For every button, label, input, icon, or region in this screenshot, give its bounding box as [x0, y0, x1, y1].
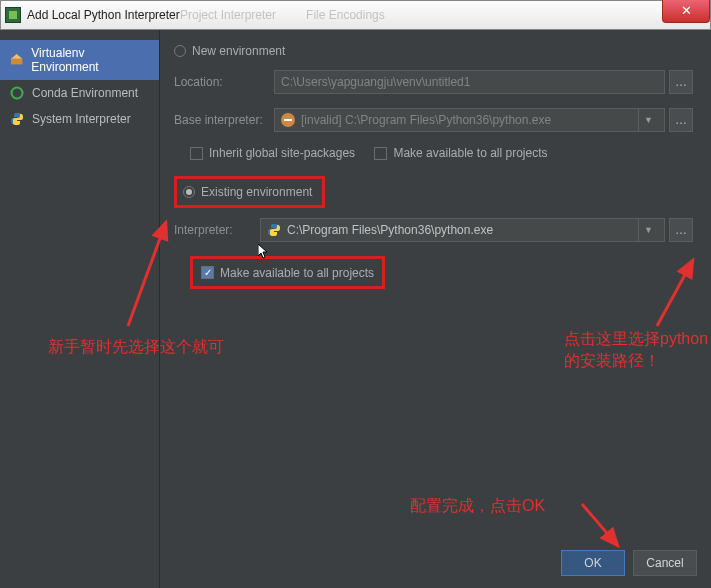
- base-browse-button[interactable]: …: [669, 108, 693, 132]
- sidebar-item-conda[interactable]: Conda Environment: [0, 80, 159, 106]
- invalid-icon: [281, 113, 295, 127]
- make-available-new-label: Make available to all projects: [393, 146, 547, 160]
- base-label: Base interpreter:: [174, 113, 274, 127]
- radio-icon: [174, 45, 186, 57]
- sidebar-item-label: Conda Environment: [32, 86, 138, 100]
- conda-icon: [10, 86, 24, 100]
- virtualenv-icon: [10, 53, 23, 67]
- base-interpreter-field[interactable]: [invalid] C:\Program Files\Python36\pyth…: [274, 108, 665, 132]
- location-label: Location:: [174, 75, 274, 89]
- svg-line-4: [582, 504, 618, 546]
- cancel-button[interactable]: Cancel: [633, 550, 697, 576]
- inherit-label: Inherit global site-packages: [209, 146, 355, 160]
- ghost-tab: File Encodings: [306, 8, 385, 22]
- new-env-label: New environment: [192, 44, 285, 58]
- sidebar-item-label: Virtualenv Environment: [31, 46, 149, 74]
- close-icon: ✕: [681, 3, 692, 18]
- python-icon: [267, 223, 281, 237]
- location-browse-button[interactable]: …: [669, 70, 693, 94]
- interpreter-field[interactable]: C:\Program Files\Python36\python.exe ▼: [260, 218, 665, 242]
- arrow-icon: [647, 256, 707, 340]
- existing-env-label: Existing environment: [201, 185, 312, 199]
- interpreter-label: Interpreter:: [174, 223, 260, 237]
- annotation-bottom: 配置完成，点击OK: [410, 495, 545, 517]
- checkbox-icon: [190, 147, 203, 160]
- svg-rect-0: [11, 59, 22, 65]
- dropdown-icon[interactable]: ▼: [638, 109, 658, 131]
- radio-icon: [183, 186, 195, 198]
- close-button[interactable]: ✕: [662, 0, 710, 23]
- inherit-checkbox-row[interactable]: Inherit global site-packages: [190, 146, 355, 160]
- location-field[interactable]: C:\Users\yapguangju\venv\untitled1: [274, 70, 665, 94]
- app-icon: [5, 7, 21, 23]
- arrow-icon: [118, 216, 178, 340]
- dots-icon: …: [675, 223, 687, 237]
- dialog-footer: OK Cancel: [561, 550, 697, 576]
- ok-button[interactable]: OK: [561, 550, 625, 576]
- make-available-highlight: ✓ Make available to all projects: [190, 256, 385, 289]
- location-value: C:\Users\yapguangju\venv\untitled1: [281, 75, 470, 89]
- base-value: [invalid] C:\Program Files\Python36\pyth…: [301, 113, 551, 127]
- interpreter-browse-button[interactable]: …: [669, 218, 693, 242]
- dropdown-icon[interactable]: ▼: [638, 219, 658, 241]
- python-icon: [10, 112, 24, 126]
- make-available-exist-row[interactable]: ✓ Make available to all projects: [201, 266, 374, 280]
- existing-env-highlight: Existing environment: [174, 176, 325, 208]
- interpreter-value: C:\Program Files\Python36\python.exe: [287, 223, 493, 237]
- make-available-exist-label: Make available to all projects: [220, 266, 374, 280]
- background-tabs: Project Interpreter File Encodings: [180, 2, 385, 28]
- checkbox-icon: [374, 147, 387, 160]
- svg-line-2: [128, 222, 166, 326]
- sidebar-item-label: System Interpreter: [32, 112, 131, 126]
- dots-icon: …: [675, 113, 687, 127]
- sidebar-item-system[interactable]: System Interpreter: [0, 106, 159, 132]
- make-available-new-row[interactable]: Make available to all projects: [374, 146, 547, 160]
- sidebar-item-virtualenv[interactable]: Virtualenv Environment: [0, 40, 159, 80]
- svg-point-1: [12, 88, 23, 99]
- ghost-tab: Project Interpreter: [180, 8, 276, 22]
- checkbox-icon: ✓: [201, 266, 214, 279]
- svg-line-3: [657, 260, 693, 326]
- new-env-radio-row[interactable]: New environment: [174, 44, 693, 58]
- existing-env-radio-row[interactable]: Existing environment: [183, 185, 312, 199]
- dots-icon: …: [675, 75, 687, 89]
- window-title: Add Local Python Interpreter: [27, 8, 180, 22]
